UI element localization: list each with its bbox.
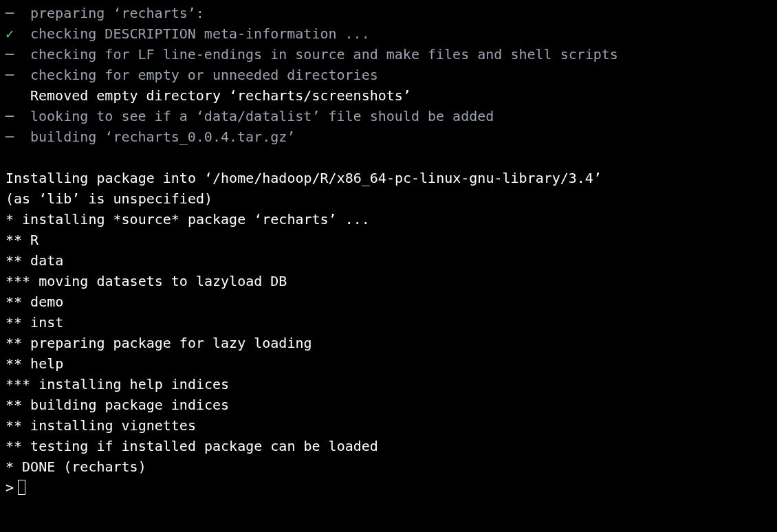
check-icon: ✓ bbox=[6, 23, 30, 44]
cursor-icon bbox=[18, 480, 25, 495]
dash-icon: ─ bbox=[6, 44, 30, 65]
install-line: *** installing help indices bbox=[6, 374, 771, 395]
build-step-row: ─ checking for LF line-endings in source… bbox=[6, 44, 771, 65]
install-line: ** inst bbox=[6, 312, 771, 333]
install-line: (as ‘lib’ is unspecified) bbox=[6, 188, 771, 209]
dash-icon: ─ bbox=[6, 106, 30, 126]
build-step-row: ─ checking for empty or unneeded directo… bbox=[6, 65, 771, 85]
install-line: ** R bbox=[6, 230, 771, 250]
blank-bullet bbox=[6, 85, 30, 106]
dash-icon: ─ bbox=[6, 126, 30, 147]
build-step-row: ─ building ‘recharts_0.0.4.tar.gz’ bbox=[6, 126, 771, 147]
blank-line bbox=[6, 147, 771, 168]
build-step-text: checking for LF line-endings in source a… bbox=[30, 44, 618, 65]
build-step-text: Removed empty directory ‘recharts/screen… bbox=[30, 85, 411, 106]
install-line: ** installing vignettes bbox=[6, 415, 771, 436]
prompt-symbol: > bbox=[6, 477, 14, 498]
install-line: ** demo bbox=[6, 291, 771, 312]
terminal-output[interactable]: ─ preparing ‘recharts’: ✓ checking DESCR… bbox=[0, 0, 777, 500]
install-line: ** building package indices bbox=[6, 395, 771, 415]
install-line: * installing *source* package ‘recharts’… bbox=[6, 209, 771, 230]
build-step-row: ─ preparing ‘recharts’: bbox=[6, 3, 771, 23]
dash-icon: ─ bbox=[6, 65, 30, 85]
prompt-line[interactable]: > bbox=[6, 477, 771, 498]
dash-icon: ─ bbox=[6, 3, 30, 23]
build-step-text: checking DESCRIPTION meta-information ..… bbox=[30, 23, 370, 44]
install-line: ** data bbox=[6, 250, 771, 271]
build-step-row: ✓ checking DESCRIPTION meta-information … bbox=[6, 23, 771, 44]
install-line: *** moving datasets to lazyload DB bbox=[6, 271, 771, 291]
install-line: Installing package into ‘/home/hadoop/R/… bbox=[6, 168, 771, 188]
build-step-text: looking to see if a ‘data/datalist’ file… bbox=[30, 106, 494, 126]
build-step-text: checking for empty or unneeded directori… bbox=[30, 65, 378, 85]
install-line: ** help bbox=[6, 353, 771, 374]
install-line: ** preparing package for lazy loading bbox=[6, 333, 771, 353]
build-step-text: preparing ‘recharts’: bbox=[30, 3, 204, 23]
build-step-row: ─ looking to see if a ‘data/datalist’ fi… bbox=[6, 106, 771, 126]
build-step-row: Removed empty directory ‘recharts/screen… bbox=[6, 85, 771, 106]
install-line: ** testing if installed package can be l… bbox=[6, 436, 771, 456]
install-line: * DONE (recharts) bbox=[6, 456, 771, 477]
build-step-text: building ‘recharts_0.0.4.tar.gz’ bbox=[30, 126, 295, 147]
